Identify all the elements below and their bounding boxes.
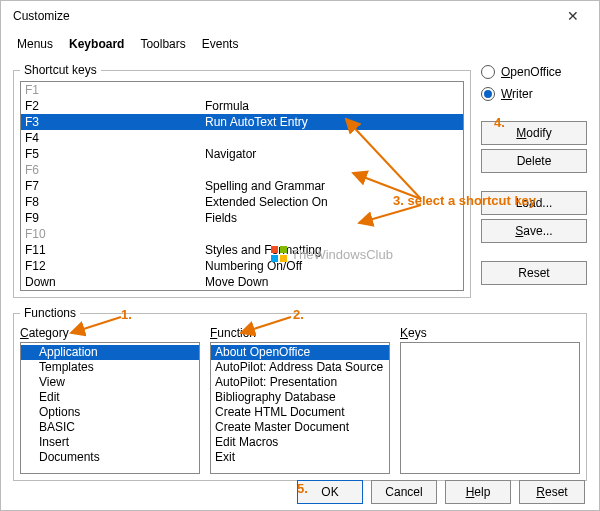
tabstrip: Menus Keyboard Toolbars Events — [1, 31, 599, 57]
function-list[interactable]: About OpenOfficeAutoPilot: Address Data … — [210, 342, 390, 474]
help-button[interactable]: Help — [445, 480, 511, 504]
list-item[interactable]: Create Master Document — [211, 420, 389, 435]
shortcut-keys-list[interactable]: F1F2FormulaF3Run AutoText EntryF4F5Navig… — [20, 81, 464, 291]
list-item[interactable]: Edit Macros — [211, 435, 389, 450]
scope-label-writer: riter — [512, 87, 533, 101]
shortcut-function — [205, 162, 463, 178]
shortcut-key: F9 — [21, 210, 205, 226]
list-item[interactable]: View — [21, 375, 199, 390]
save-button[interactable]: Save... — [481, 219, 587, 243]
shortcut-function: Extended Selection On — [205, 194, 463, 210]
shortcut-keys-legend: Shortcut keys — [20, 63, 101, 77]
shortcut-function — [205, 226, 463, 242]
function-label: Function — [210, 326, 390, 340]
close-icon[interactable]: ✕ — [553, 8, 593, 24]
shortcut-row[interactable]: DownMove Down — [21, 274, 463, 290]
list-item[interactable]: Options — [21, 405, 199, 420]
functions-legend: Functions — [20, 306, 80, 320]
shortcut-row[interactable]: F11Styles and Formatting — [21, 242, 463, 258]
shortcut-function: Navigator — [205, 146, 463, 162]
reset-side-button[interactable]: Reset — [481, 261, 587, 285]
scope-radio-writer[interactable]: Writer — [481, 85, 587, 103]
reset-button[interactable]: Reset — [519, 480, 585, 504]
list-item[interactable]: BASIC — [21, 420, 199, 435]
category-label: Category — [20, 326, 200, 340]
list-item[interactable]: Bibliography Database — [211, 390, 389, 405]
shortcut-key: F4 — [21, 130, 205, 146]
shortcut-key: F12 — [21, 258, 205, 274]
shortcut-key: F2 — [21, 98, 205, 114]
radio-icon — [481, 65, 495, 79]
shortcut-row[interactable]: F3Run AutoText Entry — [21, 114, 463, 130]
shortcut-row[interactable]: F5Navigator — [21, 146, 463, 162]
load-button[interactable]: Load... — [481, 191, 587, 215]
shortcut-key: Down — [21, 274, 205, 290]
shortcut-function: Numbering On/Off — [205, 258, 463, 274]
tab-keyboard[interactable]: Keyboard — [63, 35, 130, 53]
shortcut-row[interactable]: F12Numbering On/Off — [21, 258, 463, 274]
shortcut-function — [205, 82, 463, 98]
shortcut-row[interactable]: F9Fields — [21, 210, 463, 226]
list-item[interactable]: About OpenOffice — [211, 345, 389, 360]
modify-button-rest: odify — [526, 126, 551, 140]
shortcut-key: F5 — [21, 146, 205, 162]
cancel-button[interactable]: Cancel — [371, 480, 437, 504]
radio-icon — [481, 87, 495, 101]
shortcut-key: F1 — [21, 82, 205, 98]
customize-dialog: Customize ✕ Menus Keyboard Toolbars Even… — [0, 0, 600, 511]
keys-label: Keys — [400, 326, 580, 340]
shortcut-function: Styles and Formatting — [205, 242, 463, 258]
shortcut-function: Formula — [205, 98, 463, 114]
shortcut-row[interactable]: F7Spelling and Grammar — [21, 178, 463, 194]
window-title: Customize — [7, 9, 70, 23]
keys-list[interactable] — [400, 342, 580, 474]
shortcut-row[interactable]: UpMove Up — [21, 290, 463, 291]
list-item[interactable]: Edit — [21, 390, 199, 405]
ok-button[interactable]: OK — [297, 480, 363, 504]
scope-label-openoffice: penOffice — [510, 65, 561, 79]
shortcut-function: Move Down — [205, 274, 463, 290]
dialog-buttons: OK Cancel Help Reset — [297, 480, 585, 504]
shortcut-function: Spelling and Grammar — [205, 178, 463, 194]
delete-button[interactable]: Delete — [481, 149, 587, 173]
shortcut-key: Up — [21, 290, 205, 291]
shortcut-key: F10 — [21, 226, 205, 242]
shortcut-row[interactable]: F1 — [21, 82, 463, 98]
titlebar: Customize ✕ — [1, 1, 599, 31]
list-item[interactable]: AutoPilot: Address Data Source — [211, 360, 389, 375]
shortcut-function: Move Up — [205, 290, 463, 291]
category-list[interactable]: ApplicationTemplatesViewEditOptionsBASIC… — [20, 342, 200, 474]
list-item[interactable]: AutoPilot: Presentation — [211, 375, 389, 390]
shortcut-key: F6 — [21, 162, 205, 178]
list-item[interactable]: Templates — [21, 360, 199, 375]
tab-toolbars[interactable]: Toolbars — [134, 35, 191, 53]
tab-menus[interactable]: Menus — [11, 35, 59, 53]
tab-events[interactable]: Events — [196, 35, 245, 53]
list-item[interactable]: Create HTML Document — [211, 405, 389, 420]
scope-radio-openoffice[interactable]: OpenOffice — [481, 63, 587, 81]
list-item[interactable]: Application — [21, 345, 199, 360]
shortcut-function: Run AutoText Entry — [205, 114, 463, 130]
shortcut-row[interactable]: F6 — [21, 162, 463, 178]
modify-button[interactable]: Modify — [481, 121, 587, 145]
shortcut-key: F7 — [21, 178, 205, 194]
list-item[interactable]: Insert — [21, 435, 199, 450]
shortcut-function: Fields — [205, 210, 463, 226]
right-column: OpenOffice Writer Modify Delete Load... … — [481, 63, 587, 306]
list-item[interactable]: Documents — [21, 450, 199, 465]
shortcut-key: F3 — [21, 114, 205, 130]
shortcut-keys-group: Shortcut keys F1F2FormulaF3Run AutoText … — [13, 63, 471, 298]
functions-group: Functions Category ApplicationTemplatesV… — [13, 306, 587, 481]
shortcut-function — [205, 130, 463, 146]
shortcut-key: F11 — [21, 242, 205, 258]
shortcut-row[interactable]: F8Extended Selection On — [21, 194, 463, 210]
shortcut-row[interactable]: F2Formula — [21, 98, 463, 114]
shortcut-row[interactable]: F4 — [21, 130, 463, 146]
shortcut-row[interactable]: F10 — [21, 226, 463, 242]
list-item[interactable]: Exit — [211, 450, 389, 465]
shortcut-key: F8 — [21, 194, 205, 210]
